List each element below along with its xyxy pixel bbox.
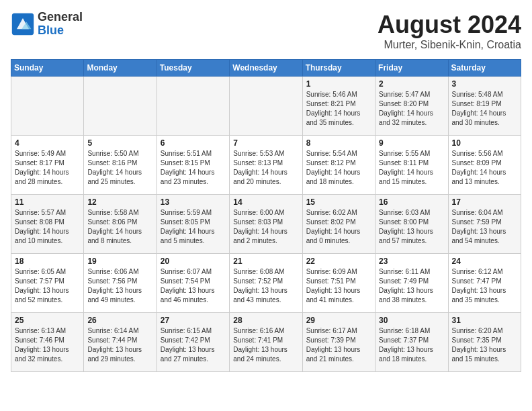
calendar-cell: 5Sunrise: 5:50 AM Sunset: 8:16 PM Daylig… <box>84 136 157 195</box>
page-title: August 2024 <box>378 11 521 39</box>
calendar-cell <box>11 77 84 136</box>
calendar-cell: 10Sunrise: 5:56 AM Sunset: 8:09 PM Dayli… <box>448 136 521 195</box>
week-row-1: 1Sunrise: 5:46 AM Sunset: 8:21 PM Daylig… <box>11 77 521 136</box>
week-row-2: 4Sunrise: 5:49 AM Sunset: 8:17 PM Daylig… <box>11 136 521 195</box>
calendar-cell: 6Sunrise: 5:51 AM Sunset: 8:15 PM Daylig… <box>157 136 229 195</box>
day-info: Sunrise: 6:04 AM Sunset: 7:59 PM Dayligh… <box>452 208 517 246</box>
header-day-tuesday: Tuesday <box>157 60 229 77</box>
calendar-table: SundayMondayTuesdayWednesdayThursdayFrid… <box>11 59 521 372</box>
calendar-cell: 22Sunrise: 6:09 AM Sunset: 7:51 PM Dayli… <box>302 254 375 313</box>
calendar-cell <box>230 77 302 136</box>
calendar-cell: 29Sunrise: 6:17 AM Sunset: 7:39 PM Dayli… <box>302 313 375 372</box>
day-number: 1 <box>306 79 371 89</box>
calendar-cell <box>84 77 157 136</box>
calendar-cell: 20Sunrise: 6:07 AM Sunset: 7:54 PM Dayli… <box>157 254 229 313</box>
day-number: 18 <box>15 257 80 266</box>
title-block: August 2024 Murter, Sibenik-Knin, Croati… <box>378 11 521 51</box>
calendar-cell: 8Sunrise: 5:54 AM Sunset: 8:12 PM Daylig… <box>302 136 375 195</box>
calendar-cell: 7Sunrise: 5:53 AM Sunset: 8:13 PM Daylig… <box>230 136 302 195</box>
day-number: 24 <box>452 257 517 266</box>
day-number: 10 <box>452 138 517 148</box>
header-row: SundayMondayTuesdayWednesdayThursdayFrid… <box>11 60 521 77</box>
calendar-cell: 3Sunrise: 5:48 AM Sunset: 8:19 PM Daylig… <box>448 77 521 136</box>
day-info: Sunrise: 5:48 AM Sunset: 8:19 PM Dayligh… <box>452 90 517 128</box>
day-number: 11 <box>15 197 80 207</box>
day-info: Sunrise: 6:14 AM Sunset: 7:44 PM Dayligh… <box>87 326 152 364</box>
calendar-cell: 19Sunrise: 6:06 AM Sunset: 7:56 PM Dayli… <box>84 254 157 313</box>
day-info: Sunrise: 5:55 AM Sunset: 8:11 PM Dayligh… <box>379 149 444 187</box>
day-number: 22 <box>306 257 371 266</box>
day-number: 15 <box>306 197 371 207</box>
calendar-cell: 17Sunrise: 6:04 AM Sunset: 7:59 PM Dayli… <box>448 195 521 254</box>
header-day-sunday: Sunday <box>11 60 84 77</box>
day-info: Sunrise: 6:11 AM Sunset: 7:49 PM Dayligh… <box>379 267 444 305</box>
calendar-cell: 25Sunrise: 6:13 AM Sunset: 7:46 PM Dayli… <box>11 313 84 372</box>
calendar-cell: 23Sunrise: 6:11 AM Sunset: 7:49 PM Dayli… <box>375 254 448 313</box>
calendar-cell: 14Sunrise: 6:00 AM Sunset: 8:03 PM Dayli… <box>230 195 302 254</box>
calendar-cell: 31Sunrise: 6:20 AM Sunset: 7:35 PM Dayli… <box>448 313 521 372</box>
day-number: 8 <box>306 138 371 148</box>
day-info: Sunrise: 6:13 AM Sunset: 7:46 PM Dayligh… <box>15 326 80 364</box>
header-day-saturday: Saturday <box>448 60 521 77</box>
calendar-cell <box>157 77 229 136</box>
day-number: 17 <box>452 197 517 207</box>
day-info: Sunrise: 6:17 AM Sunset: 7:39 PM Dayligh… <box>306 326 371 364</box>
day-info: Sunrise: 6:06 AM Sunset: 7:56 PM Dayligh… <box>87 267 152 305</box>
calendar-cell: 2Sunrise: 5:47 AM Sunset: 8:20 PM Daylig… <box>375 77 448 136</box>
day-number: 20 <box>161 257 226 266</box>
week-row-3: 11Sunrise: 5:57 AM Sunset: 8:08 PM Dayli… <box>11 195 521 254</box>
week-row-4: 18Sunrise: 6:05 AM Sunset: 7:57 PM Dayli… <box>11 254 521 313</box>
day-number: 23 <box>379 257 444 266</box>
calendar-cell: 18Sunrise: 6:05 AM Sunset: 7:57 PM Dayli… <box>11 254 84 313</box>
day-info: Sunrise: 6:09 AM Sunset: 7:51 PM Dayligh… <box>306 267 371 305</box>
day-info: Sunrise: 6:03 AM Sunset: 8:00 PM Dayligh… <box>379 208 444 246</box>
day-number: 4 <box>15 138 80 148</box>
day-info: Sunrise: 5:47 AM Sunset: 8:20 PM Dayligh… <box>379 90 444 128</box>
day-number: 25 <box>15 316 80 325</box>
logo-text: General Blue <box>38 11 83 38</box>
header-day-thursday: Thursday <box>302 60 375 77</box>
calendar-cell: 15Sunrise: 6:02 AM Sunset: 8:02 PM Dayli… <box>302 195 375 254</box>
day-info: Sunrise: 6:07 AM Sunset: 7:54 PM Dayligh… <box>161 267 226 305</box>
header-day-friday: Friday <box>375 60 448 77</box>
day-number: 26 <box>87 316 152 325</box>
logo-blue: Blue <box>38 24 83 38</box>
calendar-body: 1Sunrise: 5:46 AM Sunset: 8:21 PM Daylig… <box>11 77 521 372</box>
day-info: Sunrise: 5:53 AM Sunset: 8:13 PM Dayligh… <box>233 149 298 187</box>
logo: General Blue <box>11 11 83 38</box>
day-number: 14 <box>233 197 298 207</box>
day-info: Sunrise: 6:02 AM Sunset: 8:02 PM Dayligh… <box>306 208 371 246</box>
day-info: Sunrise: 5:50 AM Sunset: 8:16 PM Dayligh… <box>87 149 152 187</box>
day-info: Sunrise: 6:05 AM Sunset: 7:57 PM Dayligh… <box>15 267 80 305</box>
day-info: Sunrise: 5:54 AM Sunset: 8:12 PM Dayligh… <box>306 149 371 187</box>
day-info: Sunrise: 5:51 AM Sunset: 8:15 PM Dayligh… <box>161 149 226 187</box>
calendar-cell: 30Sunrise: 6:18 AM Sunset: 7:37 PM Dayli… <box>375 313 448 372</box>
calendar-header: SundayMondayTuesdayWednesdayThursdayFrid… <box>11 60 521 77</box>
day-info: Sunrise: 6:15 AM Sunset: 7:42 PM Dayligh… <box>161 326 226 364</box>
day-number: 5 <box>87 138 152 148</box>
calendar-cell: 24Sunrise: 6:12 AM Sunset: 7:47 PM Dayli… <box>448 254 521 313</box>
day-number: 9 <box>379 138 444 148</box>
day-number: 16 <box>379 197 444 207</box>
day-number: 13 <box>161 197 226 207</box>
calendar-cell: 27Sunrise: 6:15 AM Sunset: 7:42 PM Dayli… <box>157 313 229 372</box>
calendar-cell: 13Sunrise: 5:59 AM Sunset: 8:05 PM Dayli… <box>157 195 229 254</box>
header-day-wednesday: Wednesday <box>230 60 302 77</box>
calendar-cell: 16Sunrise: 6:03 AM Sunset: 8:00 PM Dayli… <box>375 195 448 254</box>
calendar-cell: 12Sunrise: 5:58 AM Sunset: 8:06 PM Dayli… <box>84 195 157 254</box>
day-number: 27 <box>161 316 226 325</box>
calendar-cell: 1Sunrise: 5:46 AM Sunset: 8:21 PM Daylig… <box>302 77 375 136</box>
day-info: Sunrise: 6:00 AM Sunset: 8:03 PM Dayligh… <box>233 208 298 246</box>
day-info: Sunrise: 6:12 AM Sunset: 7:47 PM Dayligh… <box>452 267 517 305</box>
day-number: 2 <box>379 79 444 89</box>
day-info: Sunrise: 6:18 AM Sunset: 7:37 PM Dayligh… <box>379 326 444 364</box>
day-number: 28 <box>233 316 298 325</box>
header-day-monday: Monday <box>84 60 157 77</box>
day-number: 29 <box>306 316 371 325</box>
day-info: Sunrise: 6:08 AM Sunset: 7:52 PM Dayligh… <box>233 267 298 305</box>
day-number: 12 <box>87 197 152 207</box>
day-info: Sunrise: 5:58 AM Sunset: 8:06 PM Dayligh… <box>87 208 152 246</box>
week-row-5: 25Sunrise: 6:13 AM Sunset: 7:46 PM Dayli… <box>11 313 521 372</box>
day-info: Sunrise: 5:46 AM Sunset: 8:21 PM Dayligh… <box>306 90 371 128</box>
calendar-cell: 28Sunrise: 6:16 AM Sunset: 7:41 PM Dayli… <box>230 313 302 372</box>
